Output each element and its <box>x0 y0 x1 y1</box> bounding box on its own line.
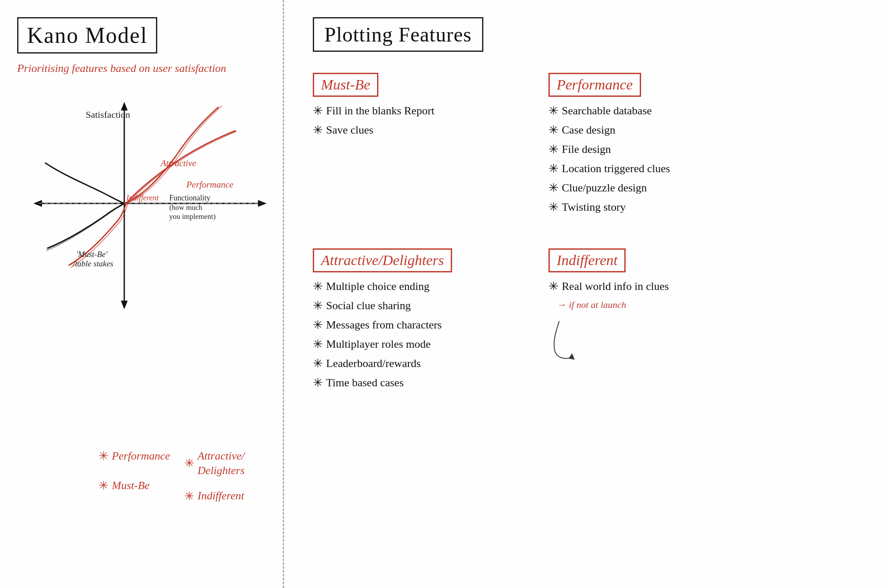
kano-graph: Satisfaction Attractive Performance Indi… <box>26 94 274 317</box>
must-be-list: ✳ Fill in the blanks Report ✳ Save clues <box>313 104 435 137</box>
list-item: ✳ Real world info in clues <box>548 280 669 293</box>
legend-attractive: ✳ Attractive/Delighters <box>184 449 245 478</box>
legend-col1: ✳ Performance ✳ Must-Be <box>99 449 170 499</box>
indifferent-list: ✳ Real world info in clues <box>548 280 669 293</box>
list-item: ✳ Leaderboard/rewards <box>313 357 452 370</box>
performance-label: Performance <box>557 77 633 93</box>
indifferent-note: → if not at launch <box>557 299 669 310</box>
attractive-list: ✳ Multiple choice ending ✳ Social clue s… <box>313 280 452 390</box>
title-box: Kano Model <box>17 17 157 54</box>
main-title: Kano Model <box>27 23 147 48</box>
must-be-label: Must-Be <box>321 77 370 93</box>
left-panel: Kano Model Prioritising features based o… <box>0 0 283 588</box>
indifferent-section: Indifferent ✳ Real world info in clues →… <box>548 248 669 310</box>
curved-arrow-icon <box>551 317 585 360</box>
list-item: ✳ Multiplayer roles mode <box>313 338 452 351</box>
attractive-label: Attractive/Delighters <box>321 252 444 268</box>
list-item: ✳ Social clue sharing <box>313 299 452 313</box>
svg-marker-4 <box>258 200 267 207</box>
subtitle: Prioritising features based on user sati… <box>17 62 226 75</box>
legend-mustbe: ✳ Must-Be <box>99 478 170 492</box>
page: Kano Model Prioritising features based o… <box>0 0 887 588</box>
plotting-title-box: Plotting Features <box>313 17 483 52</box>
svg-marker-2 <box>121 301 128 309</box>
svg-text:'Must-Be': 'Must-Be' <box>76 250 108 259</box>
svg-text:Satisfaction: Satisfaction <box>86 109 130 120</box>
legend-indifferent: ✳ Indifferent <box>184 489 245 503</box>
legend-col2: ✳ Attractive/Delighters ✳ Indifferent <box>184 449 245 510</box>
indifferent-label: Indifferent <box>557 252 617 268</box>
svg-text:you implement): you implement) <box>169 212 216 221</box>
performance-box: Performance <box>548 73 641 97</box>
svg-text:Performance: Performance <box>186 179 234 190</box>
list-item: ✳ Multiple choice ending <box>313 280 452 293</box>
list-item: ✳ Messages from characters <box>313 319 452 332</box>
svg-text:/table stakes: /table stakes <box>72 259 113 268</box>
list-item: ✳ Location triggered clues <box>548 162 670 176</box>
right-panel: Plotting Features Must-Be ✳ Fill in the … <box>291 0 887 588</box>
legend-performance: ✳ Performance <box>99 449 170 463</box>
list-item: ✳ Time based cases <box>313 376 452 390</box>
svg-text:(how much: (how much <box>169 203 202 212</box>
attractive-section: Attractive/Delighters ✳ Multiple choice … <box>313 248 452 396</box>
must-be-box: Must-Be <box>313 73 378 97</box>
svg-marker-16 <box>569 353 575 360</box>
list-item: ✳ Twisting story <box>548 201 670 214</box>
performance-list: ✳ Searchable database ✳ Case design ✳ Fi… <box>548 104 670 214</box>
plotting-title: Plotting Features <box>324 23 472 46</box>
must-be-section: Must-Be ✳ Fill in the blanks Report ✳ Sa… <box>313 73 435 143</box>
list-item: ✳ Clue/puzzle design <box>548 182 670 195</box>
list-item: ✳ Searchable database <box>548 104 670 118</box>
list-item: ✳ Fill in the blanks Report <box>313 104 435 118</box>
performance-section: Performance ✳ Searchable database ✳ Case… <box>548 73 670 220</box>
list-item: ✳ Save clues <box>313 124 435 137</box>
divider <box>283 0 284 588</box>
list-item: ✳ File design <box>548 143 670 156</box>
svg-text:Indifferent: Indifferent <box>126 194 159 202</box>
indifferent-box: Indifferent <box>548 248 626 272</box>
list-item: ✳ Case design <box>548 124 670 137</box>
svg-text:Attractive: Attractive <box>160 158 196 168</box>
attractive-box: Attractive/Delighters <box>313 248 452 272</box>
svg-text:Functionality: Functionality <box>169 194 210 202</box>
